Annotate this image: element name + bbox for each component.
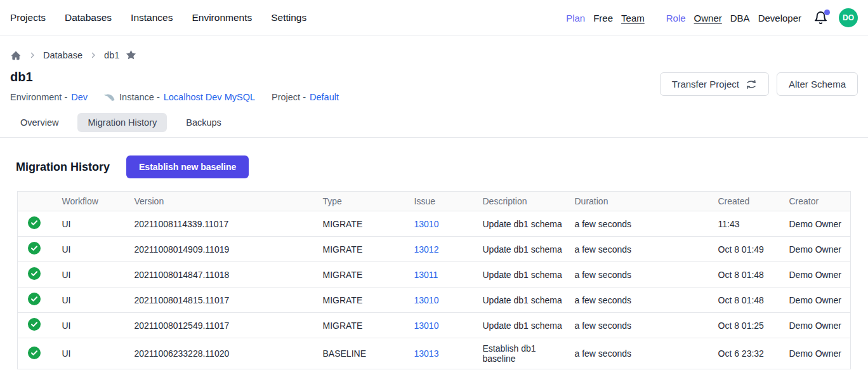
transfer-project-button[interactable]: Transfer Project <box>660 72 769 96</box>
issue-link[interactable]: 13011 <box>414 270 438 280</box>
plan-label: Plan <box>566 13 585 23</box>
database-meta-line: Environment - Dev Instance - Localhost D… <box>10 92 339 102</box>
col-description: Description <box>483 192 575 211</box>
issue-link[interactable]: 13013 <box>414 348 439 359</box>
establish-baseline-button[interactable]: Establish new baseline <box>126 155 249 178</box>
database-tabs: Overview Migration History Backups <box>0 102 868 132</box>
cell-duration: a few seconds <box>575 313 718 338</box>
instance-label: Instance - <box>119 92 160 102</box>
cell-description: Update db1 schema <box>483 211 575 237</box>
alter-schema-button[interactable]: Alter Schema <box>777 72 858 96</box>
section-title: Migration History <box>16 161 110 174</box>
success-check-icon <box>28 318 41 331</box>
table-row[interactable]: UI 20211006233228.11020 BASELINE 13013 E… <box>18 338 851 369</box>
home-icon[interactable] <box>10 50 22 61</box>
cell-version: 20211006233228.11020 <box>135 338 323 369</box>
mysql-dolphin-icon <box>104 93 115 102</box>
tab-backups[interactable]: Backups <box>176 113 232 132</box>
alter-schema-label: Alter Schema <box>789 79 846 89</box>
breadcrumb: Database db1 <box>0 36 868 61</box>
cell-duration: a few seconds <box>575 262 718 288</box>
cell-created: Oct 8 01:49 <box>718 237 789 262</box>
cell-version: 20211008114339.11017 <box>135 211 323 237</box>
cell-type: MIGRATE <box>323 288 414 313</box>
main-nav-links: Projects Databases Instances Environment… <box>10 12 306 23</box>
role-dba[interactable]: DBA <box>730 13 750 23</box>
issue-link[interactable]: 13010 <box>414 295 439 305</box>
cell-duration: a few seconds <box>575 338 718 369</box>
issue-link[interactable]: 13010 <box>414 219 439 229</box>
cell-type: MIGRATE <box>323 211 414 237</box>
cell-type: MIGRATE <box>323 237 414 262</box>
instance-link[interactable]: Localhost Dev MySQL <box>164 92 255 102</box>
cell-created: Oct 8 01:48 <box>718 288 789 313</box>
cell-creator: Demo Owner <box>789 313 851 338</box>
plan-team-link[interactable]: Team <box>621 13 645 23</box>
cell-workflow: UI <box>62 211 135 237</box>
tab-overview[interactable]: Overview <box>10 113 69 132</box>
page-title: db1 <box>10 70 339 84</box>
cell-created: Oct 8 01:25 <box>718 313 789 338</box>
migration-history-table: Workflow Version Type Issue Description … <box>17 191 851 369</box>
table-row[interactable]: UI 20211008012549.11017 MIGRATE 13010 Up… <box>18 313 851 338</box>
role-owner-link[interactable]: Owner <box>694 13 722 23</box>
table-row[interactable]: UI 20211008014909.11019 MIGRATE 13012 Up… <box>18 237 851 262</box>
cell-type: MIGRATE <box>323 313 414 338</box>
cell-description: Update db1 schema <box>483 262 575 288</box>
user-avatar[interactable]: DO <box>839 8 858 27</box>
cell-created: Oct 8 01:48 <box>718 262 789 288</box>
success-check-icon <box>28 347 41 359</box>
cell-workflow: UI <box>62 338 135 369</box>
cell-duration: a few seconds <box>575 211 718 237</box>
account-area: Plan Free Team Role Owner DBA Developer … <box>566 8 858 27</box>
favorite-star-icon[interactable] <box>125 49 137 61</box>
tab-migration-history[interactable]: Migration History <box>77 113 167 132</box>
cell-workflow: UI <box>62 288 135 313</box>
nav-databases[interactable]: Databases <box>65 12 112 23</box>
nav-environments[interactable]: Environments <box>192 12 252 23</box>
cell-creator: Demo Owner <box>789 211 851 237</box>
cell-version: 20211008012549.11017 <box>135 313 323 338</box>
nav-projects[interactable]: Projects <box>10 12 46 23</box>
col-version: Version <box>135 192 323 211</box>
notification-bell-icon[interactable] <box>813 11 828 25</box>
cell-version: 20211008014909.11019 <box>135 237 323 262</box>
cell-description: Update db1 schema <box>483 313 575 338</box>
table-header-row: Workflow Version Type Issue Description … <box>18 192 851 211</box>
breadcrumb-database[interactable]: Database <box>43 50 82 60</box>
issue-link[interactable]: 13012 <box>414 244 439 255</box>
nav-instances[interactable]: Instances <box>131 12 173 23</box>
issue-link[interactable]: 13010 <box>414 321 439 331</box>
table-row[interactable]: UI 20211008014815.11017 MIGRATE 13010 Up… <box>18 288 851 313</box>
col-creator: Creator <box>789 192 851 211</box>
database-header: db1 Environment - Dev Instance - Localho… <box>0 61 868 102</box>
table-row[interactable]: UI 20211008114339.11017 MIGRATE 13010 Up… <box>18 211 851 237</box>
cell-creator: Demo Owner <box>789 338 851 369</box>
success-check-icon <box>28 242 41 255</box>
breadcrumb-current: db1 <box>104 50 119 60</box>
cell-workflow: UI <box>62 313 135 338</box>
transfer-project-label: Transfer Project <box>672 79 739 89</box>
cell-workflow: UI <box>62 262 135 288</box>
cell-version: 20211008014815.11017 <box>135 288 323 313</box>
cell-creator: Demo Owner <box>789 288 851 313</box>
table-row[interactable]: UI 20211008014847.11018 MIGRATE 13011 Up… <box>18 262 851 288</box>
cell-workflow: UI <box>62 237 135 262</box>
cell-creator: Demo Owner <box>789 237 851 262</box>
cell-type: MIGRATE <box>323 262 414 288</box>
cell-type: BASELINE <box>323 338 414 369</box>
col-status <box>18 192 62 211</box>
role-developer[interactable]: Developer <box>758 13 801 23</box>
cell-description: Establish db1 baseline <box>483 338 575 369</box>
swap-arrows-icon <box>746 79 757 89</box>
cell-duration: a few seconds <box>575 288 718 313</box>
nav-settings[interactable]: Settings <box>271 12 306 23</box>
col-workflow: Workflow <box>62 192 135 211</box>
col-duration: Duration <box>575 192 718 211</box>
success-check-icon <box>28 293 41 305</box>
project-link[interactable]: Default <box>310 92 339 102</box>
environment-label: Environment - <box>10 92 67 102</box>
environment-link[interactable]: Dev <box>71 92 88 102</box>
cell-description: Update db1 schema <box>483 288 575 313</box>
success-check-icon <box>28 267 41 280</box>
